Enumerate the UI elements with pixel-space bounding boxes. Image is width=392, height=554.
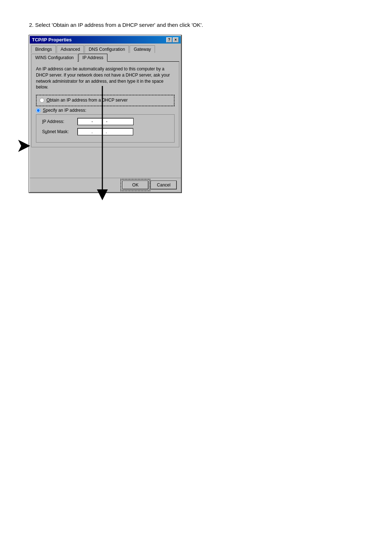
subnet-octet-3[interactable] — [108, 129, 119, 134]
ip-address-input-group[interactable]: - - — [78, 118, 133, 125]
radio-dhcp[interactable] — [40, 98, 44, 103]
ip-dot-2: - — [106, 119, 107, 124]
help-button[interactable]: ? — [166, 37, 172, 42]
subnet-octet-2[interactable] — [94, 129, 105, 134]
ip-address-row: IP Address: - - — [42, 118, 168, 125]
description-text: An IP address can be automatically assig… — [36, 66, 175, 90]
win-dialog-window: TCP/IP Properties ? × Bindings Advanced … — [29, 35, 181, 193]
instruction-text: 2. Select 'Obtain an IP address from a D… — [29, 22, 363, 28]
tab-content-ip-address: An IP address can be automatically assig… — [31, 61, 179, 147]
cancel-button[interactable]: Cancel — [151, 181, 176, 189]
radio-dhcp-label: Obtain an IP address from a DHCP server — [46, 98, 128, 103]
subnet-mask-row: Subnet Mask: . . — [42, 128, 168, 135]
ip-address-label: IP Address: — [42, 119, 75, 124]
ip-octet-3[interactable] — [109, 119, 119, 124]
tab-dns-configuration[interactable]: DNS Configuration — [85, 45, 129, 53]
dialog-spacer — [30, 147, 181, 176]
subnet-mask-label: Subnet Mask: — [42, 129, 75, 134]
dialog-footer: OK Cancel — [30, 178, 181, 192]
ok-dotted-highlight: OK — [123, 181, 148, 189]
ip-octet-2[interactable] — [94, 119, 105, 124]
subnet-dot-1: . — [91, 129, 93, 134]
tab-row: Bindings Advanced DNS Configuration Gate… — [30, 44, 181, 61]
tab-advanced[interactable]: Advanced — [57, 45, 84, 53]
tcpip-dialog: TCP/IP Properties ? × Bindings Advanced … — [29, 35, 181, 193]
titlebar: TCP/IP Properties ? × — [30, 36, 181, 44]
tab-wins-configuration[interactable]: WINS Configuration — [31, 54, 78, 62]
tab-ip-address[interactable]: IP Address — [78, 54, 107, 62]
subnet-dot-2: . — [106, 129, 107, 134]
dhcp-option-highlight: Obtain an IP address from a DHCP server — [36, 95, 175, 106]
dialog-title: TCP/IP Properties — [32, 37, 72, 42]
ip-dot-1: - — [91, 119, 93, 124]
arrow-pointer-icon — [18, 137, 36, 155]
ip-octet-1[interactable] — [79, 119, 90, 124]
radio-specify-label: Specify an IP address: — [43, 108, 86, 113]
ip-octet-4[interactable] — [121, 119, 131, 124]
titlebar-buttons: ? × — [166, 37, 179, 42]
svg-marker-0 — [18, 140, 30, 152]
radio-specify[interactable] — [36, 108, 41, 113]
radio-specify-option[interactable]: Specify an IP address: — [36, 108, 175, 113]
subnet-octet-1[interactable] — [79, 129, 90, 134]
tab-bindings[interactable]: Bindings — [31, 45, 56, 53]
specify-group: IP Address: - - — [36, 114, 175, 143]
tab-gateway[interactable]: Gateway — [130, 45, 155, 53]
ok-button[interactable]: OK — [123, 181, 148, 189]
close-button[interactable]: × — [173, 37, 179, 42]
subnet-octet-4[interactable] — [120, 129, 131, 134]
radio-dhcp-option[interactable]: Obtain an IP address from a DHCP server — [40, 98, 171, 103]
subnet-mask-input-group[interactable]: . . — [78, 128, 133, 135]
